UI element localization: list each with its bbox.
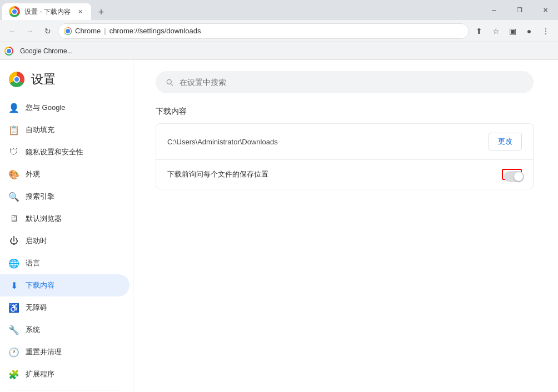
change-path-button[interactable]: 更改 <box>489 133 522 150</box>
sidebar-icon-extensions: 🧩 <box>9 369 19 379</box>
sidebar-icon-reset: 🕐 <box>9 347 19 357</box>
reload-button[interactable]: ↻ <box>40 23 56 39</box>
address-brand: Chrome <box>75 27 101 35</box>
sidebar-item-downloads[interactable]: ⬇ 下载内容 <box>0 274 129 296</box>
share-button[interactable]: ⬆ <box>471 23 487 39</box>
bookmarks-brand-logo <box>4 47 13 56</box>
search-icon <box>165 78 174 87</box>
sidebar-icon-system: 🔧 <box>9 325 19 335</box>
sidebar-label-google: 您与 Google <box>26 103 66 113</box>
sidebar-item-appearance[interactable]: 🎨 外观 <box>0 163 129 185</box>
sidebar-icon-google: 👤 <box>9 103 19 113</box>
tabstrip-button[interactable]: ▣ <box>505 23 520 39</box>
sidebar-icon-autofill: 📋 <box>9 125 19 135</box>
main-area: 设置 👤 您与 Google 📋 自动填充 🛡 隐私设置和安全性 🎨 外观 🔍 … <box>0 60 558 392</box>
sidebar-label-startup: 启动时 <box>26 236 47 246</box>
sidebar: 设置 👤 您与 Google 📋 自动填充 🛡 隐私设置和安全性 🎨 外观 🔍 … <box>0 60 133 392</box>
sidebar-icon-browser: 🖥 <box>9 214 19 224</box>
nav-items: 👤 您与 Google 📋 自动填充 🛡 隐私设置和安全性 🎨 外观 🔍 搜索引… <box>0 97 133 385</box>
ask-location-toggle[interactable] <box>504 171 524 182</box>
download-path-row: C:\Users\Administrator\Downloads 更改 <box>156 124 533 160</box>
sidebar-label-reset: 重置并清理 <box>26 347 62 357</box>
sidebar-icon-startup: ⏻ <box>9 236 19 246</box>
settings-logo <box>9 72 24 87</box>
search-bar[interactable] <box>156 71 534 93</box>
sidebar-item-reset[interactable]: 🕐 重置并清理 <box>0 341 129 363</box>
profile-button[interactable]: ● <box>521 23 537 39</box>
address-url: chrome://settings/downloads <box>109 27 201 35</box>
sidebar-label-browser: 默认浏览器 <box>26 214 62 224</box>
sidebar-icon-downloads: ⬇ <box>9 280 19 290</box>
new-tab-button[interactable]: + <box>93 4 109 20</box>
sidebar-item-search[interactable]: 🔍 搜索引擎 <box>0 185 129 208</box>
tab-favicon <box>9 6 20 17</box>
sidebar-item-autofill[interactable]: 📋 自动填充 <box>0 119 129 141</box>
maximize-button[interactable]: ❐ <box>507 0 532 20</box>
tab-close-button[interactable]: ✕ <box>76 7 84 16</box>
sidebar-label-accessibility: 无障碍 <box>26 303 47 313</box>
settings-title: 设置 <box>31 71 56 88</box>
active-tab[interactable]: 设置 - 下载内容 ✕ <box>2 3 91 20</box>
bookmark-button[interactable]: ☆ <box>488 23 504 39</box>
bookmarks-bar: Google Chrome... <box>0 42 558 60</box>
sidebar-item-browser[interactable]: 🖥 默认浏览器 <box>0 208 129 230</box>
titlebar-left: 设置 - 下载内容 ✕ + <box>0 0 481 20</box>
section-title: 下载内容 <box>156 107 536 117</box>
sidebar-label-extensions: 扩展程序 <box>26 369 54 379</box>
nav-actions: ⬆ ☆ ▣ ● ⋮ <box>471 23 554 39</box>
sidebar-item-language[interactable]: 🌐 语言 <box>0 252 129 274</box>
sidebar-label-search: 搜索引擎 <box>26 192 54 202</box>
ask-location-label: 下载前询问每个文件的保存位置 <box>167 169 502 179</box>
forward-button[interactable]: → <box>22 23 38 39</box>
titlebar: 设置 - 下载内容 ✕ + ─ ❐ ✕ <box>0 0 558 20</box>
search-input[interactable] <box>180 78 524 87</box>
sidebar-label-privacy: 隐私设置和安全性 <box>26 147 83 157</box>
bookmarks-brand-label[interactable]: Google Chrome... <box>16 44 77 58</box>
close-button[interactable]: ✕ <box>532 0 558 20</box>
sidebar-label-system: 系统 <box>26 325 40 335</box>
download-path-value: C:\Users\Administrator\Downloads <box>167 138 489 146</box>
sidebar-icon-language: 🌐 <box>9 258 19 268</box>
address-bar[interactable]: Chrome | chrome://settings/downloads <box>58 23 469 39</box>
sidebar-icon-accessibility: ♿ <box>9 303 19 313</box>
site-icon <box>64 27 72 35</box>
menu-button[interactable]: ⋮ <box>538 23 554 39</box>
sidebar-icon-privacy: 🛡 <box>9 147 19 157</box>
sidebar-item-startup[interactable]: ⏻ 启动时 <box>0 230 129 252</box>
tab-strip: 设置 - 下载内容 ✕ + <box>0 0 109 20</box>
back-button[interactable]: ← <box>4 23 20 39</box>
sidebar-item-system[interactable]: 🔧 系统 <box>0 319 129 341</box>
minimize-button[interactable]: ─ <box>481 0 507 20</box>
nav-divider <box>9 390 124 390</box>
tab-title: 设置 - 下载内容 <box>24 7 71 17</box>
settings-card: C:\Users\Administrator\Downloads 更改 下载前询… <box>156 123 534 189</box>
sidebar-header: 设置 <box>0 60 133 97</box>
ask-location-row: 下载前询问每个文件的保存位置 <box>156 160 533 189</box>
sidebar-label-autofill: 自动填充 <box>26 125 54 135</box>
content-area: 下载内容 C:\Users\Administrator\Downloads 更改… <box>133 60 558 392</box>
ask-location-toggle-wrap <box>502 169 522 180</box>
sidebar-item-google[interactable]: 👤 您与 Google <box>0 97 129 119</box>
sidebar-icon-search: 🔍 <box>9 192 19 202</box>
sidebar-item-privacy[interactable]: 🛡 隐私设置和安全性 <box>0 141 129 163</box>
navbar: ← → ↻ Chrome | chrome://settings/downloa… <box>0 20 558 42</box>
sidebar-item-extensions[interactable]: 🧩 扩展程序 <box>0 363 129 385</box>
sidebar-label-downloads: 下载内容 <box>26 280 54 290</box>
window-controls: ─ ❐ ✕ <box>481 0 558 20</box>
toggle-knob <box>514 172 523 181</box>
sidebar-item-accessibility[interactable]: ♿ 无障碍 <box>0 296 129 319</box>
sidebar-label-language: 语言 <box>26 258 40 268</box>
address-separator: | <box>104 27 106 35</box>
sidebar-label-appearance: 外观 <box>26 169 40 179</box>
sidebar-icon-appearance: 🎨 <box>9 169 19 179</box>
